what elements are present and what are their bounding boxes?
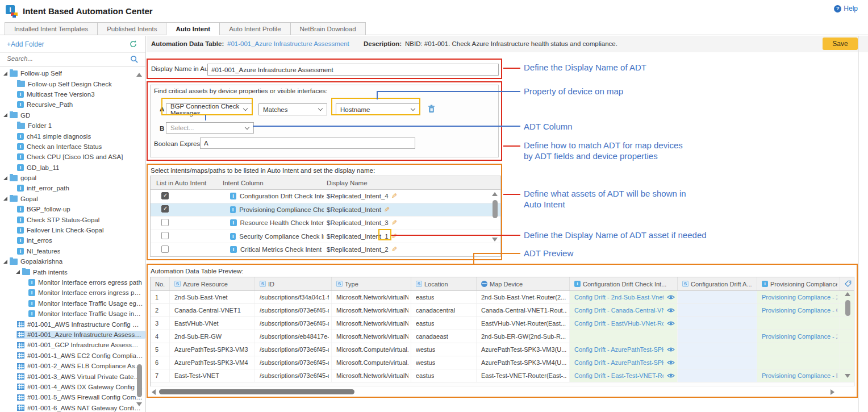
preview-col-type[interactable]: SType bbox=[332, 277, 411, 290]
tree-scroll-down-arrow[interactable] bbox=[136, 402, 142, 406]
tree-item[interactable]: I Check CPU [Cisco IOS and ASA] bbox=[0, 152, 145, 162]
tree-item[interactable]: Gopalakrishna bbox=[0, 256, 145, 267]
tree-item[interactable]: gopal bbox=[0, 173, 145, 183]
tab-installed-intent-templates[interactable]: Installed Intent Templates bbox=[5, 22, 98, 35]
row-a-column-dropdown[interactable]: BGP Connection Check Messages bbox=[166, 103, 252, 115]
tree-item[interactable]: I GD_lab_11 bbox=[0, 163, 145, 173]
preview-col-location[interactable]: SLocation bbox=[411, 277, 477, 290]
tree-item[interactable]: #01-001_AWS Infrastructure Config Compli… bbox=[0, 319, 145, 329]
display-name-input[interactable] bbox=[207, 64, 499, 76]
tree-item[interactable]: #01-001-2_AWS ELB Compliance Assessment bbox=[0, 361, 145, 371]
preview-vscrollbar-thumb[interactable] bbox=[845, 300, 850, 316]
list-in-auto-intent-checkbox[interactable] bbox=[161, 245, 169, 253]
expand-arrow-icon[interactable] bbox=[3, 113, 9, 118]
preview-cell-config_drift[interactable]: Config Drift - AzurePathTest-SPK3-V... bbox=[570, 356, 678, 369]
intents-scroll-up-arrow[interactable] bbox=[492, 192, 498, 196]
tree-item[interactable]: I intf_error_path bbox=[0, 183, 145, 193]
eye-icon[interactable] bbox=[667, 294, 675, 300]
preview-cell-config_drift[interactable]: Config Drift - AzurePathTest-SPK3-V... bbox=[570, 343, 678, 356]
tree-item[interactable]: #01-001-6_AWS NAT Gateway Config Compl..… bbox=[0, 403, 145, 412]
search-input[interactable] bbox=[7, 55, 126, 62]
row-a-property-dropdown[interactable]: Hostname bbox=[336, 103, 420, 115]
help-link[interactable]: ? Help bbox=[834, 5, 858, 13]
preview-scroll-up-arrow[interactable] bbox=[845, 292, 850, 296]
tree-item[interactable]: I int_erros bbox=[0, 235, 145, 245]
tree-item[interactable]: #01-001-4_AWS DX Gateway Config Compli..… bbox=[0, 382, 145, 392]
tab-auto-intent-profile[interactable]: Auto Intent Profile bbox=[219, 22, 290, 35]
list-in-auto-intent-checkbox[interactable] bbox=[161, 232, 169, 239]
tree-item[interactable]: I ch41 simple diagnosis bbox=[0, 131, 145, 141]
search-icon[interactable] bbox=[130, 55, 139, 64]
edit-pencil-icon[interactable]: ✎ bbox=[391, 246, 397, 253]
preview-scroll-down-arrow[interactable] bbox=[845, 374, 850, 378]
eye-icon[interactable] bbox=[667, 373, 675, 378]
expand-arrow-icon[interactable] bbox=[3, 259, 9, 264]
row-b-column-dropdown[interactable]: Select... bbox=[166, 122, 254, 134]
boolean-expression-input[interactable] bbox=[200, 138, 415, 149]
tree-item[interactable]: I Recursive_Path bbox=[0, 99, 145, 110]
tree-item[interactable]: I Monitor Interface Traffic Usage egress… bbox=[0, 298, 145, 309]
tree-item[interactable]: I Check STP Status-Gopal bbox=[0, 214, 145, 224]
tab-published-intents[interactable]: Published Intents bbox=[97, 22, 166, 35]
preview-col-provisioning[interactable]: IProvisioning Compliance ... bbox=[757, 277, 840, 290]
row-a-operator-dropdown[interactable]: Matches bbox=[258, 103, 327, 115]
preview-col-config_drift_a[interactable]: SConfiguration Drift A... bbox=[678, 277, 757, 290]
adt-name-link[interactable]: #01-001_Azure Infrastructure Assessment bbox=[227, 40, 349, 47]
expand-arrow-icon[interactable] bbox=[3, 176, 9, 181]
tree-item[interactable]: Folder 1 bbox=[0, 120, 145, 131]
eye-icon[interactable] bbox=[667, 307, 675, 313]
delete-row-trash-icon[interactable] bbox=[428, 105, 435, 113]
tree-item[interactable]: Path intents bbox=[0, 267, 145, 277]
tree-scroll-up-arrow[interactable] bbox=[136, 73, 142, 77]
eye-icon[interactable] bbox=[667, 360, 675, 365]
save-button[interactable]: Save bbox=[823, 38, 858, 50]
tree-item[interactable]: GD bbox=[0, 110, 145, 120]
preview-col-map_device[interactable]: Map Device bbox=[477, 277, 570, 290]
edit-pencil-icon[interactable]: ✎ bbox=[391, 193, 397, 199]
tree-item[interactable]: #01-001-5_AWS Firewall Config Compliance… bbox=[0, 392, 145, 402]
preview-cell-config_drift[interactable]: Config Drift - East-Test-VNET-Router(... bbox=[570, 369, 678, 382]
tree-item[interactable]: I Monitor Interface errors ingress path bbox=[0, 288, 145, 298]
preview-cell-config_drift[interactable]: Config Drift - EastVHub-VNet-Router(... bbox=[570, 317, 678, 330]
tree-item[interactable]: #01-001_Azure Infrastructure Assessment bbox=[0, 330, 145, 340]
preview-col-azure_resource[interactable]: SAzure Resource bbox=[170, 277, 255, 290]
preview-col-config_drift[interactable]: IConfiguration Drift Check Int... bbox=[570, 277, 678, 290]
tab-auto-intent[interactable]: Auto Intent bbox=[166, 22, 220, 35]
tree-item[interactable]: #01-001-1_AWS EC2 Config Compliance Ass.… bbox=[0, 351, 145, 361]
preview-cell-provisioning[interactable]: Provisioning Compliance - East-Test bbox=[757, 369, 840, 382]
tree-item[interactable]: I Multicast Tree Version3 bbox=[0, 89, 145, 99]
preview-col-id[interactable]: SID bbox=[255, 277, 332, 290]
intents-scrollbar-thumb[interactable] bbox=[493, 200, 498, 218]
tree-item[interactable]: #01-001-3_AWS Virtual Private Gateway Co… bbox=[0, 371, 145, 381]
preview-cell-config_drift[interactable]: Config Drift - Canada-Central-VNET1-... bbox=[570, 304, 678, 317]
tree-item[interactable]: Gopal bbox=[0, 194, 145, 204]
preview-cell-provisioning[interactable]: Provisioning Compliance - 2nd-Sub bbox=[757, 291, 840, 303]
tree-scrollbar-thumb[interactable] bbox=[137, 364, 142, 397]
preview-hscrollbar-thumb[interactable] bbox=[159, 389, 354, 394]
list-in-auto-intent-checkbox[interactable] bbox=[161, 192, 169, 199]
edit-pencil-icon[interactable]: ✎ bbox=[391, 233, 397, 240]
tab-netbrain-download[interactable]: NetBrain Download bbox=[290, 22, 366, 35]
tree-item[interactable]: Follow-up Self bbox=[0, 68, 145, 78]
refresh-icon[interactable] bbox=[129, 40, 137, 48]
eye-icon[interactable] bbox=[667, 347, 675, 352]
preview-cell-config_drift[interactable]: Config Drift - 2nd-Sub-East-Vnet-Rou... bbox=[570, 291, 678, 303]
intents-scroll-down-arrow[interactable] bbox=[492, 238, 498, 242]
expand-arrow-icon[interactable] bbox=[16, 269, 21, 274]
eye-icon[interactable] bbox=[667, 321, 675, 326]
list-in-auto-intent-checkbox[interactable] bbox=[161, 219, 169, 226]
tree-item[interactable]: I BGP_follow-up bbox=[0, 204, 145, 214]
tree-item[interactable]: Follow-up Self Design Check bbox=[0, 78, 145, 89]
edit-pencil-icon[interactable]: ✎ bbox=[384, 206, 390, 213]
preview-scroll-right-arrow[interactable] bbox=[831, 389, 834, 395]
tree-item[interactable]: I Check an Interface Status bbox=[0, 142, 145, 152]
tree-item[interactable]: I Failover Link Check-Gopal bbox=[0, 225, 145, 235]
preview-cell-provisioning[interactable]: Provisioning Compliance - 2nd-Sub bbox=[757, 330, 840, 343]
list-in-auto-intent-checkbox[interactable] bbox=[161, 205, 169, 213]
edit-pencil-icon[interactable]: ✎ bbox=[391, 219, 397, 226]
add-folder-button[interactable]: +Add Folder bbox=[7, 40, 44, 48]
tree-item[interactable]: I NI_features bbox=[0, 246, 145, 256]
expand-arrow-icon[interactable] bbox=[3, 196, 9, 201]
tree-item[interactable]: I Monitor Interface Traffic Usage ingres… bbox=[0, 309, 145, 319]
tag-icon[interactable] bbox=[845, 280, 852, 288]
